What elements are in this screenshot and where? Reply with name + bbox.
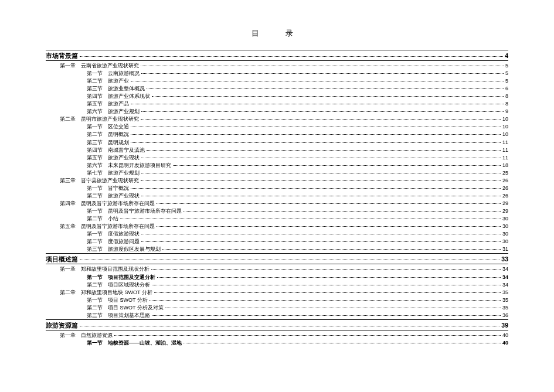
- toc-page: 8: [505, 100, 508, 108]
- toc-page: 11: [502, 146, 508, 154]
- dot-leader: [165, 307, 501, 308]
- toc-label: 旅游资源篇: [46, 321, 78, 330]
- toc-page: 35: [502, 289, 508, 296]
- toc-row: 第二节 旅游产业5: [46, 77, 508, 85]
- toc-row: 第三节 旅游度假区发展与规划31: [46, 246, 508, 253]
- section-rule: [46, 330, 508, 330]
- toc-label: 第一章 云南省旅游产业现状研究: [46, 62, 139, 70]
- toc-row: 第二节 旅游产业现状26: [46, 192, 508, 200]
- toc-label: 第一节 云南旅游概况: [46, 70, 140, 77]
- toc-label: 第一章 郑和故里项目范围及现状分析: [46, 265, 149, 273]
- dot-leader: [114, 335, 501, 336]
- toc-page: 26: [502, 185, 508, 192]
- toc-page: 40: [502, 339, 508, 347]
- toc-row: 第五节 旅游产业现状11: [46, 154, 508, 162]
- dot-leader: [157, 277, 501, 278]
- dot-leader: [154, 292, 501, 293]
- toc-label: 第五节 旅游产品: [46, 100, 129, 108]
- toc-page: 6: [505, 85, 508, 93]
- dot-leader: [157, 203, 501, 204]
- toc-label: 第一节 昆明及晋宁旅游市场所存在问题: [46, 207, 182, 215]
- toc-label: 第六节 未来昆明开发旅游项目研究: [46, 162, 171, 169]
- toc-label: 第七节 旅游产业规划: [46, 169, 140, 177]
- toc-row: 第五节 旅游产品8: [46, 100, 508, 108]
- dot-leader: [80, 259, 499, 260]
- dot-leader: [141, 241, 501, 242]
- toc-page: 5: [505, 62, 508, 70]
- toc-label: 第一节 度假旅游现状: [46, 230, 140, 238]
- toc-page: 4: [505, 52, 508, 60]
- toc-page: 5: [505, 77, 508, 85]
- toc-row: 第一节 云南旅游概况5: [46, 70, 508, 77]
- toc-page: 11: [502, 154, 508, 162]
- toc-page: 10: [502, 123, 508, 131]
- toc-label: 第三节 旅游度假区发展与规划: [46, 246, 161, 253]
- toc-row: 第一节 项目 SWOT 分析35: [46, 296, 508, 304]
- toc-label: 项目概述篇: [46, 255, 78, 264]
- toc-page: 10: [502, 131, 508, 138]
- toc-row: 市场背景篇4: [46, 52, 508, 60]
- toc-row: 第二节 项目区域现状分析34: [46, 281, 508, 289]
- table-of-contents: 市场背景篇4第一章 云南省旅游产业现状研究5第一节 云南旅游概况5第二节 旅游产…: [46, 50, 508, 347]
- toc-label: 第一节 项目范围及交通分析: [46, 274, 155, 281]
- toc-label: 第六节 旅游产业规划: [46, 108, 140, 115]
- toc-row: 第五章 昆明及晋宁旅游市场所存在问题30: [46, 223, 508, 230]
- toc-row: 第二章 郑和故里项目地块 SWOT 分析35: [46, 289, 508, 296]
- dot-leader: [141, 73, 504, 74]
- toc-label: 第二节 昆明概况: [46, 131, 129, 138]
- toc-label: 第一章 自然旅游资源: [46, 332, 113, 339]
- toc-row: 第二节 项目 SWOT 分析及对策35: [46, 304, 508, 312]
- toc-page: 9: [505, 108, 508, 115]
- toc-label: 第一节 区位交通: [46, 123, 129, 131]
- toc-page: 29: [502, 200, 508, 207]
- dot-leader: [131, 80, 504, 81]
- toc-label: 第二节 项目 SWOT 分析及对策: [46, 304, 164, 312]
- toc-row: 第三节 项目策划基本思路36: [46, 312, 508, 319]
- toc-page: 5: [505, 70, 508, 77]
- toc-page: 26: [502, 192, 508, 200]
- toc-label: 第五节 旅游产业现状: [46, 154, 140, 162]
- toc-page: 30: [502, 215, 508, 223]
- toc-label: 第四章 昆明及晋宁旅游市场所存在问题: [46, 200, 155, 207]
- toc-page: 40: [502, 332, 508, 339]
- toc-row: 第一节 项目范围及交通分析34: [46, 274, 508, 281]
- toc-label: 第三节 旅游业整体概况: [46, 85, 145, 93]
- toc-page: 36: [502, 312, 508, 319]
- dot-leader: [162, 248, 501, 250]
- toc-page: 25: [502, 169, 508, 177]
- toc-row: 第七节 旅游产业规划25: [46, 169, 508, 177]
- toc-row: 第四节 南城晋宁及滇池11: [46, 146, 508, 154]
- dot-leader: [141, 111, 504, 112]
- toc-page: 30: [502, 223, 508, 230]
- dot-leader: [183, 210, 501, 212]
- toc-row: 第六节 未来昆明开发旅游项目研究18: [46, 162, 508, 169]
- toc-row: 第一节 晋宁概况26: [46, 185, 508, 192]
- toc-label: 第二节 旅游产业现状: [46, 192, 140, 200]
- toc-page: 30: [502, 238, 508, 246]
- dot-leader: [131, 134, 501, 135]
- dot-leader: [151, 268, 501, 270]
- dot-leader: [131, 142, 501, 143]
- toc-label: 第三节 昆明规划: [46, 139, 129, 146]
- dot-leader: [80, 325, 499, 326]
- dot-leader: [131, 188, 501, 189]
- dot-leader: [131, 126, 501, 127]
- toc-row: 第三章 晋宁县旅游产业现状研究26: [46, 177, 508, 185]
- toc-page: 33: [501, 255, 508, 264]
- toc-row: 第一节 度假旅游现状30: [46, 230, 508, 238]
- dot-leader: [141, 157, 501, 158]
- toc-row: 第二章 昆明市旅游产业现状研究10: [46, 115, 508, 123]
- toc-page: 39: [501, 321, 508, 330]
- toc-page: 29: [502, 207, 508, 215]
- dot-leader: [141, 233, 501, 234]
- dot-leader: [80, 56, 503, 57]
- toc-row: 第三节 旅游业整体概况6: [46, 85, 508, 93]
- toc-row: 第一节 昆明及晋宁旅游市场所存在问题29: [46, 207, 508, 215]
- toc-row: 第二节 昆明概况10: [46, 131, 508, 138]
- dot-leader: [152, 96, 504, 97]
- toc-row: 第四章 昆明及晋宁旅游市场所存在问题29: [46, 200, 508, 207]
- toc-row: 第三节 昆明规划11: [46, 139, 508, 146]
- toc-label: 第一节 项目 SWOT 分析: [46, 296, 148, 304]
- toc-label: 第四节 旅游产业体系现状: [46, 93, 150, 100]
- dot-leader: [141, 172, 501, 173]
